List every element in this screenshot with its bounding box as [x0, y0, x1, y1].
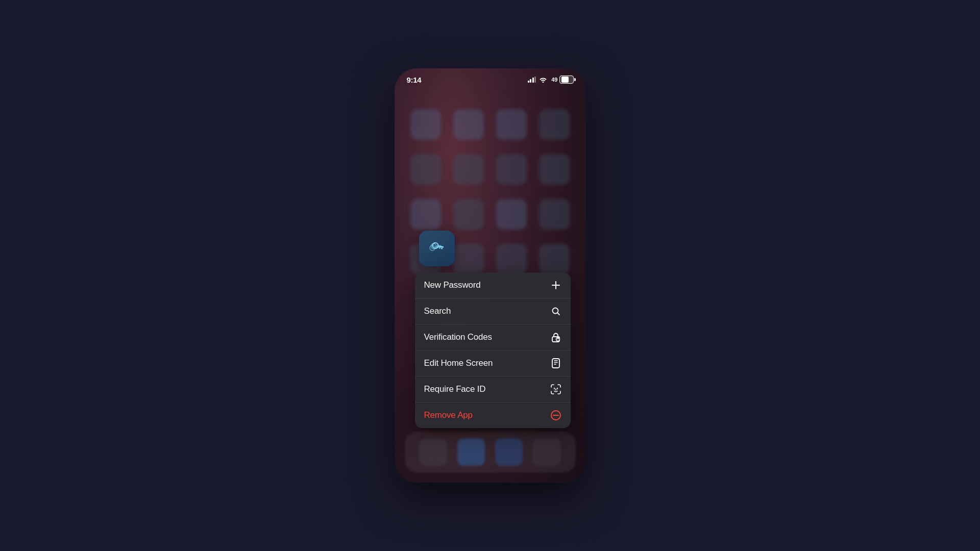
- phone-edit-icon: [550, 358, 561, 369]
- svg-rect-19: [552, 359, 559, 368]
- face-id-icon: [550, 384, 561, 395]
- status-bar: 9:14 49: [395, 68, 586, 91]
- search-icon: [550, 306, 561, 317]
- menu-item-require-face-id[interactable]: Require Face ID: [415, 377, 571, 403]
- edit-home-screen-label: Edit Home Screen: [424, 358, 493, 368]
- dock-icon-4: [533, 438, 560, 466]
- svg-line-15: [557, 313, 559, 315]
- phone-container: 9:14 49: [395, 68, 586, 483]
- menu-item-new-password[interactable]: New Password: [415, 272, 571, 298]
- passwords-app-icon[interactable]: [419, 231, 455, 266]
- minus-circle-icon: [550, 410, 561, 421]
- battery-icon: 49: [550, 76, 573, 84]
- require-face-id-label: Require Face ID: [424, 384, 486, 394]
- app-grid: [395, 99, 586, 299]
- verification-codes-label: Verification Codes: [424, 332, 492, 342]
- keys-icon: [426, 237, 448, 260]
- battery-level: 49: [551, 77, 557, 83]
- svg-point-8: [432, 242, 438, 249]
- status-time: 9:14: [407, 76, 422, 84]
- context-menu: New Password Search Verification Codes: [415, 272, 571, 428]
- signal-icon: [528, 77, 536, 83]
- plus-icon: [550, 280, 561, 291]
- remove-app-label: Remove App: [424, 410, 473, 420]
- menu-item-search[interactable]: Search: [415, 298, 571, 324]
- menu-item-verification-codes[interactable]: Verification Codes ✱: [415, 324, 571, 350]
- wifi-icon: [539, 77, 547, 83]
- menu-item-remove-app[interactable]: Remove App: [415, 403, 571, 428]
- dock: [405, 432, 576, 472]
- lock-badge-icon: ✱: [550, 332, 561, 343]
- search-label: Search: [424, 306, 451, 316]
- dock-icon-2: [457, 438, 485, 466]
- new-password-label: New Password: [424, 280, 481, 290]
- status-icons: 49: [528, 76, 574, 84]
- menu-item-edit-home-screen[interactable]: Edit Home Screen: [415, 350, 571, 377]
- dock-icon-1: [420, 438, 447, 466]
- svg-rect-10: [440, 247, 442, 249]
- dock-icon-3: [495, 438, 523, 466]
